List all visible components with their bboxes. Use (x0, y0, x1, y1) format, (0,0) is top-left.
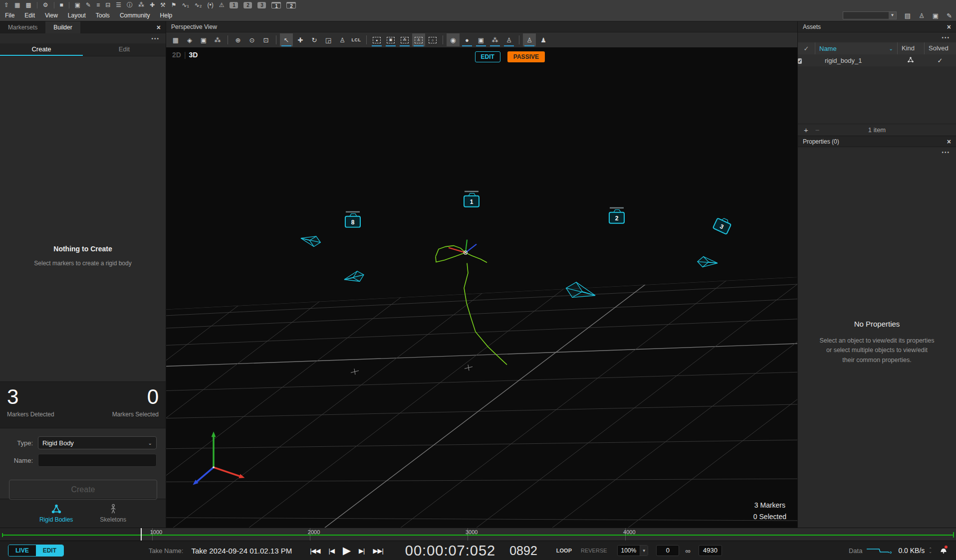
viewport-2-button[interactable]: 2 (243, 2, 252, 8)
panel-menu-button[interactable]: ••• (151, 36, 160, 41)
solved-column-header[interactable]: Solved (924, 42, 956, 54)
loop-button[interactable]: LOOP (556, 548, 572, 554)
expand-icon[interactable]: ✚ (150, 0, 155, 10)
calibration-wand-icon[interactable]: ✎ (86, 0, 91, 10)
menu-help[interactable]: Help (160, 12, 173, 19)
streaming-icon[interactable]: (•) (207, 0, 213, 10)
display-icon[interactable]: ■ (60, 0, 63, 10)
subtab-edit[interactable]: Edit (83, 43, 166, 56)
layout-combobox[interactable]: ▼ (843, 11, 897, 19)
check-column-header[interactable]: ✓ (798, 45, 815, 52)
show-skeletons-icon[interactable]: ♙ (502, 33, 515, 46)
type-select[interactable]: Rigid Body ⌄ (38, 436, 157, 449)
jump-start-button[interactable]: |◀◀ (310, 547, 320, 555)
select-assets-filter-icon[interactable]: ⁂ (398, 33, 411, 46)
select-markers-filter-icon[interactable]: ● (370, 33, 383, 46)
close-icon[interactable]: × (157, 23, 161, 32)
graph-1-icon[interactable]: ∿₁ (182, 0, 189, 10)
info-icon[interactable]: ⓘ (127, 0, 133, 10)
asset-view-icon[interactable]: ⁂ (211, 33, 224, 46)
layout-1-button[interactable]: 1 (271, 2, 281, 8)
menu-edit[interactable]: Edit (24, 12, 35, 19)
viewport-canvas[interactable]: 1823 2D|3D EDIT PASSIVE 3 Markers 0 Sele… (166, 47, 797, 528)
mode-2d-button[interactable]: 2D (172, 51, 181, 59)
follow-tool-icon[interactable]: ♙ (336, 33, 349, 46)
subtab-create[interactable]: Create (0, 43, 83, 56)
frame-number[interactable]: 0892 (509, 544, 537, 558)
menu-layout[interactable]: Layout (68, 12, 86, 19)
rigid-body-icon[interactable]: ⁂ (138, 0, 144, 10)
local-coords-button[interactable]: LCL (350, 33, 363, 46)
list-settings-icon[interactable]: ☰ (116, 0, 121, 10)
open-project-icon[interactable]: ⇧ (4, 0, 9, 10)
live-button[interactable]: LIVE (8, 545, 36, 556)
camera-3[interactable]: 3 (713, 216, 732, 234)
show-cameras-icon[interactable]: ▣ (475, 33, 487, 46)
kind-column-header[interactable]: Kind (897, 42, 924, 54)
view-mode-toggle[interactable]: 2D|3D (172, 51, 198, 59)
take-name-value[interactable]: Take 2024-09-24 01.02.13 PM (191, 547, 292, 555)
name-column-header[interactable]: Name⌄ (815, 42, 897, 54)
tools-icon[interactable]: ⚒ (160, 0, 166, 10)
timeline-playhead[interactable] (141, 528, 142, 541)
mode-tab-skeletons[interactable]: Skeletons (100, 504, 126, 523)
camera-frustum[interactable] (343, 270, 365, 283)
close-icon[interactable]: × (947, 23, 951, 31)
play-button[interactable]: ▶ (343, 545, 350, 557)
viewport-3-button[interactable]: 3 (257, 2, 266, 8)
create-button[interactable]: Create (9, 480, 157, 500)
properties-menu-button[interactable]: ••• (942, 150, 950, 155)
viewport-grid-icon[interactable]: ▦ (169, 33, 182, 46)
edit-mode-button[interactable]: EDIT (475, 51, 500, 62)
camera-frustum[interactable] (697, 256, 718, 270)
camera-1[interactable]: 1 (464, 191, 479, 207)
avatar-icon[interactable]: ♟ (537, 33, 550, 46)
skeleton-markers-icon[interactable]: ♙ (523, 33, 536, 46)
camera-2[interactable]: 2 (609, 207, 624, 223)
playback-speed-select[interactable]: 100% ▼ (617, 545, 649, 556)
mode-tab-rigid-bodies[interactable]: Rigid Bodies (39, 504, 73, 523)
layout-camera-icon[interactable]: ▣ (933, 12, 939, 19)
rotate-tool-icon[interactable]: ↻ (308, 33, 321, 46)
zoom-selected-icon[interactable]: ⊙ (245, 33, 258, 46)
camera-icon[interactable]: ▣ (75, 0, 80, 10)
settings-icon[interactable]: ⚙ (43, 0, 48, 10)
cube-view-icon[interactable]: ◈ (183, 33, 196, 46)
save-icon[interactable]: ▦ (14, 0, 20, 10)
archive-icon[interactable]: ⊟ (105, 0, 110, 10)
asset-name[interactable]: rigid_body_1 (815, 57, 897, 64)
passive-mode-button[interactable]: PASSIVE (507, 51, 545, 62)
menu-tools[interactable]: Tools (96, 12, 110, 19)
graph-2-icon[interactable]: ∿₂ (195, 0, 202, 10)
save-as-icon[interactable]: ▩ (25, 0, 31, 10)
panel-tab-markersets[interactable]: Markersets (0, 21, 45, 33)
menu-file[interactable]: File (5, 12, 14, 19)
select-tool-icon[interactable]: ↖ (280, 33, 293, 46)
name-input[interactable] (38, 454, 157, 467)
mode-3d-button[interactable]: 3D (189, 51, 198, 59)
timeline-ruler[interactable]: 1000200030004000 (0, 528, 956, 541)
translate-tool-icon[interactable]: ✚ (294, 33, 307, 46)
viewport-1-button[interactable]: 1 (230, 2, 238, 8)
show-markers-icon[interactable]: ● (461, 33, 474, 46)
select-circle-filter-icon[interactable]: ○ (426, 33, 439, 46)
zoom-region-icon[interactable]: ⊡ (259, 33, 272, 46)
close-icon[interactable]: × (947, 138, 951, 146)
asset-row[interactable]: ✓rigid_body_1✓ (798, 54, 956, 66)
layout-2-button[interactable]: 2 (286, 2, 296, 8)
binoculars-icon[interactable]: ∞ (685, 547, 691, 555)
reverse-button[interactable]: REVERSE (581, 548, 607, 554)
range-start-field[interactable]: 0 (656, 545, 679, 556)
menu-view[interactable]: View (45, 12, 58, 19)
layout-skeleton-icon[interactable]: ♙ (919, 12, 925, 19)
range-end-field[interactable]: 4930 (699, 545, 722, 556)
data-stack-icon[interactable]: ≡ (96, 0, 100, 10)
show-assets-icon[interactable]: ⁂ (488, 33, 501, 46)
label-tag-icon[interactable]: ⚑ (171, 0, 177, 10)
range-end-handle[interactable] (953, 532, 954, 538)
scale-tool-icon[interactable]: ◲ (322, 33, 335, 46)
select-skeletons-filter-icon[interactable]: ♙ (412, 33, 425, 46)
edit-button[interactable]: EDIT (36, 545, 63, 556)
zoom-in-icon[interactable]: ⊕ (232, 33, 244, 46)
camera-frustum[interactable] (300, 232, 322, 248)
